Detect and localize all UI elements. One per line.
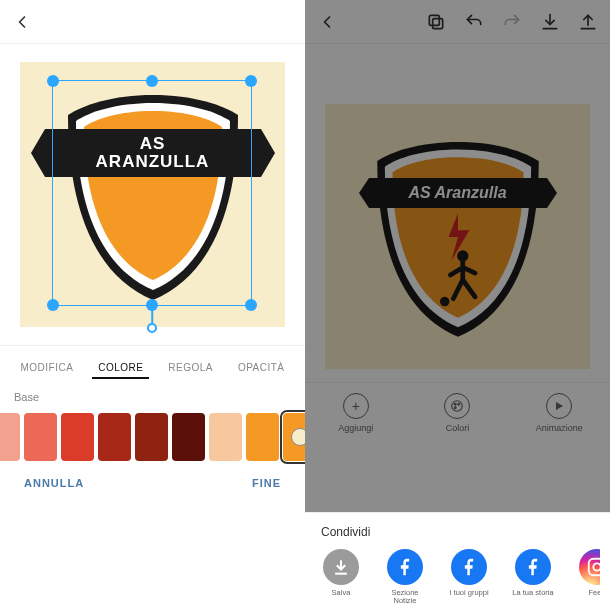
share-label: I tuoi gruppi <box>449 589 488 597</box>
tab-regola[interactable]: REGOLA <box>162 358 219 379</box>
share-fb-story[interactable]: La tua storia <box>507 549 559 606</box>
download-icon[interactable] <box>540 12 560 32</box>
editor-tabs: MODIFICA COLORE REGOLA OPACITÀ <box>0 346 305 387</box>
undo-icon[interactable] <box>464 12 484 32</box>
color-swatch[interactable] <box>0 413 20 461</box>
share-icon[interactable] <box>578 12 598 32</box>
color-swatch[interactable] <box>246 413 279 461</box>
facebook-icon <box>387 549 423 585</box>
selection-box[interactable] <box>52 80 252 306</box>
done-button[interactable]: FINE <box>252 477 281 489</box>
editor-bottom-actions: ANNULLA FINE <box>0 467 305 503</box>
rotate-line <box>151 305 153 323</box>
color-swatch-selected[interactable] <box>283 413 305 461</box>
share-label: Feed <box>588 589 600 597</box>
app-root: AS ARANZULLA MODIFICA <box>0 0 610 613</box>
rotate-handle[interactable] <box>147 323 157 333</box>
color-swatch[interactable] <box>98 413 131 461</box>
color-swatch[interactable] <box>135 413 168 461</box>
back-icon[interactable] <box>12 12 32 32</box>
svg-rect-1 <box>429 15 439 25</box>
share-label: Salva <box>332 589 351 597</box>
share-row: Salva Sezione Notizie I tuoi gruppi <box>315 549 600 606</box>
preview-shield: AS Aranzulla <box>363 132 553 342</box>
color-swatches <box>0 407 305 467</box>
redo-icon[interactable] <box>502 12 522 32</box>
share-label: La tua storia <box>512 589 553 597</box>
color-swatch[interactable] <box>209 413 242 461</box>
cancel-button[interactable]: ANNULLA <box>24 477 84 489</box>
resize-handle-tr[interactable] <box>245 75 257 87</box>
share-fb-groups[interactable]: I tuoi gruppi <box>443 549 495 606</box>
preview-panel: AS Aranzulla + Aggiungi Colori Animaz <box>305 0 610 613</box>
color-swatch[interactable] <box>24 413 57 461</box>
tool-colors-label: Colori <box>446 423 470 433</box>
color-swatch[interactable] <box>61 413 94 461</box>
plus-icon: + <box>343 393 369 419</box>
play-icon <box>546 393 572 419</box>
share-fb-news[interactable]: Sezione Notizie <box>379 549 431 606</box>
svg-point-3 <box>439 296 449 306</box>
svg-point-9 <box>593 563 600 570</box>
palette-icon <box>444 393 470 419</box>
preview-artboard: AS Aranzulla <box>325 104 590 369</box>
download-circle-icon <box>323 549 359 585</box>
tab-modifica[interactable]: MODIFICA <box>14 358 79 379</box>
preview-banner: AS Aranzulla <box>369 178 547 208</box>
color-swatch[interactable] <box>172 413 205 461</box>
share-ig-feed[interactable]: Feed <box>571 549 600 606</box>
svg-rect-0 <box>433 18 443 28</box>
base-label: Base <box>0 387 305 407</box>
editor-panel: AS ARANZULLA MODIFICA <box>0 0 305 613</box>
resize-handle-bl[interactable] <box>47 299 59 311</box>
facebook-icon <box>451 549 487 585</box>
swatch-preview-icon <box>291 428 306 446</box>
copy-icon[interactable] <box>426 12 446 32</box>
resize-handle-tc[interactable] <box>146 75 158 87</box>
tool-add[interactable]: + Aggiungi <box>326 393 386 433</box>
tab-opacita[interactable]: OPACITÀ <box>232 358 291 379</box>
svg-point-5 <box>455 403 457 405</box>
tool-add-label: Aggiungi <box>338 423 373 433</box>
tool-animation[interactable]: Animazione <box>529 393 589 433</box>
artboard[interactable]: AS ARANZULLA <box>20 62 285 327</box>
svg-point-6 <box>458 403 460 405</box>
svg-rect-8 <box>589 558 600 575</box>
right-topbar <box>305 0 610 44</box>
svg-point-4 <box>452 401 463 412</box>
tab-colore[interactable]: COLORE <box>92 358 149 379</box>
tool-colors[interactable]: Colori <box>427 393 487 433</box>
preview-tools: + Aggiungi Colori Animazione <box>305 382 610 447</box>
resize-handle-br[interactable] <box>245 299 257 311</box>
back-icon[interactable] <box>317 12 337 32</box>
facebook-icon <box>515 549 551 585</box>
share-save[interactable]: Salva <box>315 549 367 606</box>
preview-shield-text: AS Aranzulla <box>408 184 506 202</box>
share-label: Sezione Notizie <box>391 589 418 606</box>
instagram-icon <box>579 549 600 585</box>
tool-animation-label: Animazione <box>536 423 583 433</box>
share-sheet: Condividi Salva Sezione Notizie <box>305 512 610 614</box>
canvas-area: AS ARANZULLA <box>0 44 305 346</box>
share-title: Condividi <box>315 525 600 539</box>
svg-point-7 <box>455 407 457 409</box>
left-topbar <box>0 0 305 44</box>
resize-handle-tl[interactable] <box>47 75 59 87</box>
